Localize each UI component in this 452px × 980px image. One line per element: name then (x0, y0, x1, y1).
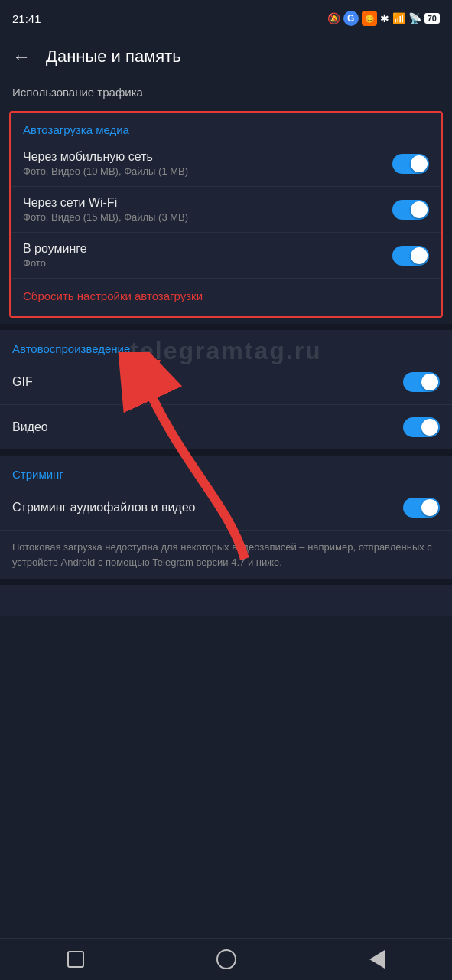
gif-toggle[interactable] (403, 372, 440, 392)
stream-toggle[interactable] (403, 498, 440, 518)
nav-recents-button[interactable] (60, 948, 91, 971)
stream-row[interactable]: Стриминг аудиофайлов и видео (0, 485, 452, 531)
divider-3 (0, 579, 452, 585)
gif-row[interactable]: GIF (0, 360, 452, 405)
status-icons: 🔕 G 😊 ✱ 📶 📡 70 (327, 11, 440, 26)
stream-title: Стриминг аудиофайлов и видео (12, 501, 195, 514)
page-title: Данные и память (46, 47, 181, 67)
status-bar: 21:41 🔕 G 😊 ✱ 📶 📡 70 (0, 0, 452, 37)
wifi-row[interactable]: Через сети Wi-Fi Фото, Видео (15 MB), Фа… (11, 187, 441, 233)
bluetooth-icon: ✱ (380, 12, 389, 24)
signal-icon: 📶 (392, 12, 405, 24)
status-time: 21:41 (12, 12, 41, 25)
autodownload-section: Автозагрузка медиа Через мобильную сеть … (9, 111, 443, 318)
scroll-hint (0, 585, 452, 616)
battery-icon: 70 (424, 13, 440, 24)
mobile-network-title: Через мобильную сеть (23, 150, 383, 164)
app-icon: 😊 (362, 11, 377, 26)
gif-title: GIF (12, 375, 33, 389)
home-icon (216, 949, 236, 969)
nav-home-button[interactable] (211, 948, 242, 971)
nav-back-button[interactable] (362, 948, 392, 971)
roaming-subtitle: Фото (23, 257, 383, 269)
wifi-title: Через сети Wi-Fi (23, 196, 383, 210)
streaming-section: Стриминг Стриминг аудиофайлов и видео По… (0, 456, 452, 579)
roaming-row[interactable]: В роуминге Фото (11, 233, 441, 279)
wifi-toggle[interactable] (392, 200, 429, 220)
wifi-icon: 📡 (408, 12, 421, 24)
autoplay-title: Автовоспроизведение (0, 330, 452, 360)
divider-2 (0, 449, 452, 456)
streaming-title: Стриминг (0, 456, 452, 485)
mobile-network-subtitle: Фото, Видео (10 MB), Файлы (1 MB) (23, 165, 383, 177)
wifi-text: Через сети Wi-Fi Фото, Видео (15 MB), Фа… (23, 196, 383, 223)
roaming-toggle[interactable] (392, 246, 429, 266)
video-autoplay-row[interactable]: Видео (0, 405, 452, 449)
roaming-title: В роуминге (23, 242, 383, 256)
roaming-text: В роуминге Фото (23, 242, 383, 269)
video-autoplay-title: Видео (12, 420, 48, 434)
wifi-subtitle: Фото, Видео (15 MB), Файлы (3 MB) (23, 211, 383, 223)
back-icon (369, 950, 385, 969)
notification-icon: 🔕 (327, 12, 340, 24)
divider-1 (0, 324, 452, 330)
streaming-description: Потоковая загрузка недоступна для некото… (0, 531, 452, 579)
recents-icon (67, 951, 84, 968)
autoplay-section: Автовоспроизведение GIF Видео (0, 330, 452, 449)
traffic-section-label: Использование трафика (0, 77, 452, 105)
reset-autodownload-button[interactable]: Сбросить настройки автозагрузки (11, 279, 441, 313)
navigation-bar (0, 938, 452, 980)
header: ← Данные и память (0, 37, 452, 77)
google-icon: G (343, 11, 359, 26)
video-autoplay-toggle[interactable] (403, 417, 440, 437)
autodownload-title: Автозагрузка медиа (11, 113, 441, 141)
mobile-network-toggle[interactable] (392, 154, 429, 174)
back-button[interactable]: ← (12, 46, 31, 67)
mobile-network-text: Через мобильную сеть Фото, Видео (10 MB)… (23, 150, 383, 177)
mobile-network-row[interactable]: Через мобильную сеть Фото, Видео (10 MB)… (11, 141, 441, 187)
